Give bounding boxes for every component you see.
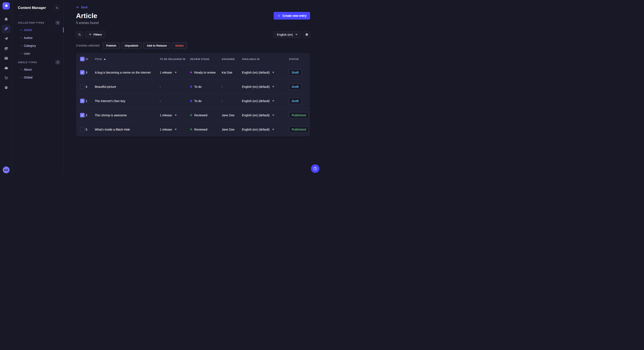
marketplace-cart-icon[interactable] (2, 74, 10, 82)
chevron-down-icon (272, 115, 274, 116)
settings-gear-icon[interactable] (2, 83, 10, 92)
filters-button[interactable]: Filters (85, 31, 106, 38)
table-row[interactable]: 5 What's inside a Black Hole 1 release R… (76, 122, 310, 137)
row-checkbox[interactable] (80, 127, 84, 132)
subnav-sections: COLLECTION TYPES4ArticleAuthorCategoryUs… (18, 19, 60, 81)
content-feather-icon[interactable] (2, 25, 10, 33)
sidebar-item-category[interactable]: Category (18, 42, 60, 49)
column-header-review-stage[interactable]: REVIEW STAGE (190, 58, 222, 60)
sidebar-item-label: Global (24, 76, 32, 79)
row-assignee: Jane Doe (222, 114, 242, 117)
column-header-id[interactable]: ID (86, 58, 95, 60)
question-circle-icon (313, 166, 318, 171)
release-plane-icon[interactable] (2, 34, 10, 43)
table-row[interactable]: 1 The internet's Own boy - To do - Engli… (76, 94, 310, 108)
strapi-logo-icon (2, 2, 10, 9)
chevron-down-icon (272, 129, 274, 130)
row-title: The internet's Own boy (95, 99, 160, 103)
column-header-available-in[interactable]: AVAILABLE IN (242, 58, 289, 60)
row-checkbox[interactable] (80, 113, 84, 117)
table-row[interactable]: 4 Beautiful picture - To do - English (e… (76, 80, 310, 94)
search-icon[interactable] (54, 5, 60, 11)
row-checkbox[interactable] (80, 99, 84, 103)
sidebar-item-global[interactable]: Global (18, 73, 60, 81)
row-review-stage: To do (190, 99, 222, 103)
sidebar-item-author[interactable]: Author (18, 34, 60, 42)
row-released-in[interactable]: 1 release (160, 128, 190, 131)
main-nav-rail: KD (0, 0, 12, 175)
unpublish-button[interactable]: Unpublish (122, 42, 142, 49)
back-link[interactable]: Back (76, 5, 88, 9)
row-released-in[interactable]: 1 release (160, 114, 190, 117)
row-available-in[interactable]: English (en) (default) (242, 85, 289, 88)
row-locale-value: English (en) (default) (242, 85, 270, 88)
locale-value: English (en) (277, 33, 293, 36)
row-status: Draft (289, 69, 310, 76)
row-checkbox[interactable] (80, 84, 84, 89)
bullet-icon (21, 37, 22, 38)
row-assignee: - (222, 99, 242, 103)
status-badge: Published (289, 112, 309, 118)
sidebar-item-user[interactable]: User (18, 49, 60, 57)
sidebar-item-label: Article (24, 28, 32, 32)
delete-button[interactable]: Delete (172, 42, 187, 49)
main-content: Back Article Create new entry 5 entries … (64, 0, 322, 175)
row-review-stage: Ready to review (190, 71, 222, 74)
create-new-entry-button[interactable]: Create new entry (274, 12, 310, 19)
row-available-in[interactable]: English (en) (default) (242, 114, 289, 117)
sidebar-item-label: User (24, 52, 30, 55)
column-header-title[interactable]: TITLE (95, 58, 160, 60)
stage-dot-icon (190, 100, 192, 102)
subnav-section: SINGLE TYPES2AboutGlobal (18, 59, 60, 81)
help-button[interactable] (311, 164, 320, 173)
status-badge: Draft (289, 98, 302, 104)
row-released-in[interactable]: 1 release (160, 71, 190, 74)
row-id: 5 (86, 128, 95, 131)
plus-icon (277, 14, 280, 17)
row-available-in[interactable]: English (en) (default) (242, 71, 289, 74)
chevron-down-icon (272, 100, 274, 102)
content-type-builder-icon[interactable] (2, 54, 10, 62)
column-header-assignee[interactable]: ASSIGNEE (222, 58, 242, 60)
bullet-icon (21, 29, 22, 30)
strapi-logo[interactable] (0, 0, 12, 12)
status-badge: Draft (289, 69, 302, 76)
entries-count: 5 entries found (76, 21, 310, 25)
sidebar-item-about[interactable]: About (18, 65, 60, 73)
home-icon[interactable] (2, 15, 10, 23)
add-to-release-button[interactable]: Add to Release (143, 42, 170, 49)
user-avatar[interactable]: KD (3, 167, 10, 173)
media-library-icon[interactable] (2, 44, 10, 53)
back-label: Back (81, 5, 88, 9)
table-row[interactable]: 3 A bug is becoming a meme on the intern… (76, 65, 310, 80)
sidebar-item-article[interactable]: Article (18, 26, 60, 34)
select-all-checkbox[interactable] (80, 57, 84, 61)
column-header-status[interactable]: STATUS (289, 58, 310, 60)
row-released-value: 1 release (160, 71, 172, 74)
row-id: 1 (86, 99, 95, 103)
selection-summary: 3 entries selected (76, 44, 100, 47)
divider (18, 15, 23, 16)
row-id: 4 (86, 85, 95, 88)
filter-icon (88, 33, 92, 36)
row-status: Published (289, 112, 310, 118)
filters-label: Filters (94, 33, 102, 36)
row-assignee: Kai Doe (222, 71, 242, 74)
settings-gear-icon[interactable] (303, 31, 310, 38)
subnav-section: COLLECTION TYPES4ArticleAuthorCategoryUs… (18, 19, 60, 57)
column-header-released[interactable]: TO BE RELEASED IN (160, 58, 190, 60)
publish-button[interactable]: Publish (103, 42, 120, 49)
page-title: Article (76, 12, 97, 20)
row-locale-value: English (en) (default) (242, 71, 270, 74)
row-released-value: - (160, 99, 161, 103)
row-available-in[interactable]: English (en) (default) (242, 99, 289, 103)
row-available-in[interactable]: English (en) (default) (242, 128, 289, 131)
stage-label: To do (194, 85, 202, 88)
cloud-icon[interactable] (2, 64, 10, 72)
table-row[interactable]: 2 This shrimp is awesome 1 release Revie… (76, 108, 310, 122)
subnav-title: Content Manager (18, 6, 46, 10)
row-checkbox[interactable] (80, 70, 84, 75)
row-title: A bug is becoming a meme on the internet (95, 71, 160, 74)
search-icon[interactable] (76, 31, 83, 38)
locale-select[interactable]: English (en) (273, 31, 301, 38)
